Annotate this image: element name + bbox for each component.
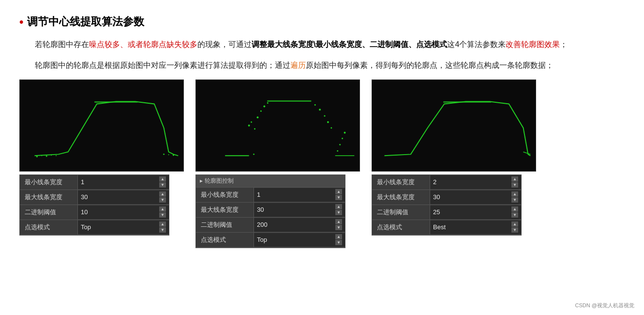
value-mode-3: Best: [433, 223, 446, 231]
spin-threshold-2[interactable]: ▲ ▼: [335, 219, 342, 230]
spin-min-width-2[interactable]: ▲ ▼: [335, 189, 342, 200]
control-row-2-1: 最小线条宽度 1 ▲ ▼: [196, 188, 345, 203]
spin-min-width-1[interactable]: ▲ ▼: [159, 176, 166, 188]
spin-up-3-2[interactable]: ▲: [511, 191, 518, 197]
control-row-2-2: 最大线条宽度 30 ▲ ▼: [196, 203, 345, 218]
label-min-width-3: 最小线条宽度: [372, 175, 430, 189]
label-mode-2: 点选模式: [196, 233, 254, 247]
svg-point-17: [263, 105, 265, 107]
spin-up-3-4[interactable]: ▲: [511, 221, 518, 227]
spin-threshold-3[interactable]: ▲ ▼: [511, 206, 518, 218]
input-mode-2[interactable]: Top ▲ ▼: [254, 233, 345, 247]
spin-up-3-1[interactable]: ▲: [511, 176, 518, 182]
panel-header-text-2: 轮廓图控制: [205, 177, 234, 185]
spin-up-1-4[interactable]: ▲: [159, 221, 166, 227]
spin-down-2-2[interactable]: ▼: [335, 210, 342, 215]
red-text-2: 改善轮廓图效果: [506, 40, 560, 48]
spin-down-3-1[interactable]: ▼: [511, 182, 518, 188]
label-max-width-1: 最大线条宽度: [20, 190, 78, 205]
input-min-width-3[interactable]: 2 ▲ ▼: [430, 175, 521, 189]
svg-rect-31: [373, 80, 535, 171]
svg-point-27: [337, 150, 338, 152]
svg-point-29: [342, 138, 343, 139]
spin-up-2-4[interactable]: ▲: [335, 234, 342, 239]
spin-mode-2[interactable]: ▲ ▼: [335, 234, 342, 245]
input-min-width-1[interactable]: 1 ▲ ▼: [78, 175, 169, 189]
spin-up-3-3[interactable]: ▲: [511, 206, 518, 212]
paragraph-2: 轮廓图中的轮廓点是根据原始图中对应一列像素进行算法提取得到的；通过遍历原始图中每…: [19, 59, 625, 73]
value-mode-2: Top: [257, 236, 267, 243]
input-threshold-3[interactable]: 25 ▲ ▼: [430, 205, 521, 219]
value-threshold-3: 25: [433, 208, 440, 216]
control-row-1-1: 最小线条宽度 1 ▲ ▼: [20, 175, 169, 190]
spin-up-1-2[interactable]: ▲: [159, 191, 166, 197]
spin-down-1-1[interactable]: ▼: [159, 182, 166, 188]
canvas-image-3: [372, 79, 536, 172]
image-block-1: 最小线条宽度 1 ▲ ▼ 最大线条宽度 30 ▲ ▼: [19, 79, 184, 236]
input-max-width-1[interactable]: 30 ▲ ▼: [78, 190, 169, 204]
control-row-1-4: 点选模式 Top ▲ ▼: [20, 220, 169, 235]
input-max-width-3[interactable]: 30 ▲ ▼: [430, 190, 521, 204]
image-block-3: 最小线条宽度 2 ▲ ▼ 最大线条宽度 30 ▲ ▼: [372, 79, 536, 236]
label-max-width-2: 最大线条宽度: [196, 203, 254, 217]
panel-chevron-2: ▸: [200, 177, 203, 184]
spin-max-width-3[interactable]: ▲ ▼: [511, 191, 518, 203]
spin-up-2-1[interactable]: ▲: [335, 189, 342, 194]
input-threshold-1[interactable]: 10 ▲ ▼: [78, 205, 169, 219]
svg-point-3: [41, 155, 42, 156]
input-mode-1[interactable]: Top ▲ ▼: [78, 220, 169, 234]
svg-point-28: [339, 144, 341, 145]
svg-point-26: [253, 153, 255, 155]
canvas-image-2: [195, 79, 360, 172]
svg-point-12: [248, 125, 250, 126]
label-threshold-2: 二进制阈值: [196, 218, 254, 232]
svg-rect-10: [196, 80, 359, 171]
spin-up-1-3[interactable]: ▲: [159, 206, 166, 212]
svg-rect-0: [20, 80, 183, 171]
panel-header-2: ▸ 轮廓图控制: [196, 175, 345, 188]
spin-threshold-1[interactable]: ▲ ▼: [159, 206, 166, 218]
svg-point-4: [46, 155, 47, 157]
spin-down-1-4[interactable]: ▼: [159, 227, 166, 233]
page-title: • 调节中心线提取算法参数: [19, 15, 625, 29]
control-row-3-4: 点选模式 Best ▲ ▼: [372, 220, 521, 235]
control-row-3-2: 最大线条宽度 30 ▲ ▼: [372, 190, 521, 205]
spin-down-3-3[interactable]: ▼: [511, 212, 518, 218]
spin-down-2-1[interactable]: ▼: [335, 195, 342, 200]
orange-text-1: 遍历: [290, 61, 306, 69]
input-min-width-2[interactable]: 1 ▲ ▼: [254, 188, 345, 202]
svg-point-2: [36, 156, 38, 157]
spin-max-width-2[interactable]: ▲ ▼: [335, 204, 342, 215]
spin-up-1-1[interactable]: ▲: [159, 176, 166, 182]
watermark: CSDN @视觉人机器视觉: [575, 302, 634, 309]
spin-down-2-3[interactable]: ▼: [335, 225, 342, 230]
spin-down-1-3[interactable]: ▼: [159, 212, 166, 218]
control-row-3-3: 二进制阈值 25 ▲ ▼: [372, 205, 521, 220]
input-threshold-2[interactable]: 200 ▲ ▼: [254, 218, 345, 232]
spin-down-1-2[interactable]: ▼: [159, 197, 166, 203]
spin-down-2-4[interactable]: ▼: [335, 240, 342, 245]
value-max-width-2: 30: [257, 206, 264, 213]
spin-down-3-4[interactable]: ▼: [511, 227, 518, 233]
control-row-2-4: 点选模式 Top ▲ ▼: [196, 233, 345, 248]
svg-point-13: [251, 121, 252, 123]
input-mode-3[interactable]: Best ▲ ▼: [430, 220, 521, 234]
input-max-width-2[interactable]: 30 ▲ ▼: [254, 203, 345, 217]
value-max-width-1: 30: [81, 193, 88, 201]
value-max-width-3: 30: [433, 193, 440, 201]
svg-point-14: [254, 128, 255, 129]
bold-text-1: 调整最大线条宽度\最小线条宽度、二进制阈值、点选模式: [252, 40, 447, 48]
control-row-1-3: 二进制阈值 10 ▲ ▼: [20, 205, 169, 220]
spin-up-2-3[interactable]: ▲: [335, 219, 342, 224]
svg-point-16: [260, 110, 262, 111]
spin-min-width-3[interactable]: ▲ ▼: [511, 176, 518, 188]
spin-up-2-2[interactable]: ▲: [335, 204, 342, 209]
spin-down-3-2[interactable]: ▼: [511, 197, 518, 203]
control-row-3-1: 最小线条宽度 2 ▲ ▼: [372, 175, 521, 190]
svg-point-30: [344, 131, 346, 133]
svg-point-15: [256, 116, 258, 118]
spin-mode-3[interactable]: ▲ ▼: [511, 221, 518, 233]
svg-point-5: [51, 155, 52, 156]
spin-max-width-1[interactable]: ▲ ▼: [159, 191, 166, 203]
spin-mode-1[interactable]: ▲ ▼: [159, 221, 166, 233]
